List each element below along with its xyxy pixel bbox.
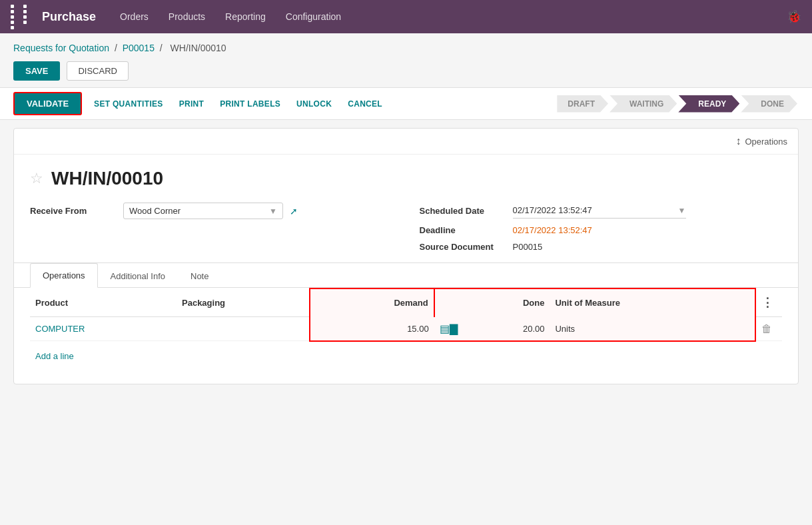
form-right: Scheduled Date ▼ Deadline 02/17/2022 13:… xyxy=(420,203,783,252)
cancel-button[interactable]: CANCEL xyxy=(340,94,390,114)
dropdown-arrow-icon[interactable]: ▼ xyxy=(269,207,277,216)
step-done: DONE xyxy=(741,95,797,113)
card-header-bar: ↕ Operations xyxy=(14,129,798,155)
topnav: Purchase Orders Products Reporting Confi… xyxy=(0,0,812,33)
col-chart xyxy=(434,288,463,317)
print-button[interactable]: PRINT xyxy=(171,94,212,114)
main-card: ↕ Operations ☆ WH/IN/00010 Receive From … xyxy=(13,128,799,384)
favorite-star-icon[interactable]: ☆ xyxy=(30,170,43,187)
user-icon[interactable]: 🐞 xyxy=(787,9,801,24)
step-draft: DRAFT xyxy=(557,95,608,113)
cell-demand[interactable]: 15.00 xyxy=(310,317,434,341)
add-line-button[interactable]: Add a line xyxy=(35,346,74,366)
breadcrumb-sep-1: / xyxy=(115,43,120,53)
tab-content-operations: Product Packaging Demand Done Unit of Me… xyxy=(14,287,798,384)
print-labels-button[interactable]: PRINT LABELS xyxy=(212,94,288,114)
topnav-menu: Orders Products Reporting Configuration xyxy=(112,6,787,27)
cell-delete[interactable]: 🗑 xyxy=(755,317,782,341)
deadline-value: 02/17/2022 13:52:47 xyxy=(513,225,592,235)
deadline-label: Deadline xyxy=(420,225,506,235)
brand-name[interactable]: Purchase xyxy=(42,10,96,24)
unlock-button[interactable]: UNLOCK xyxy=(288,94,340,114)
save-button[interactable]: SAVE xyxy=(13,61,60,81)
scheduled-date-input[interactable]: ▼ xyxy=(513,203,686,219)
source-doc-row: Source Document P00015 xyxy=(420,242,783,252)
operations-button[interactable]: ↕ Operations xyxy=(735,135,787,147)
col-actions: ⋮ xyxy=(755,288,782,317)
nav-reporting[interactable]: Reporting xyxy=(217,6,274,27)
form-section: Receive From ▼ ➚ Scheduled Date ▼ Deadli… xyxy=(14,196,798,262)
product-link[interactable]: COMPUTER xyxy=(35,324,85,334)
cell-unit: Units xyxy=(550,317,755,341)
scheduled-date-arrow-icon[interactable]: ▼ xyxy=(678,206,686,215)
breadcrumb-rfq[interactable]: Requests for Quotation xyxy=(13,43,109,53)
col-unit: Unit of Measure xyxy=(550,288,755,317)
receive-from-row: Receive From ▼ ➚ xyxy=(30,203,393,219)
col-packaging: Packaging xyxy=(177,288,310,317)
breadcrumb-current: WH/IN/00010 xyxy=(171,43,226,53)
tab-operations[interactable]: Operations xyxy=(30,263,98,288)
apps-grid-icon[interactable] xyxy=(11,5,34,29)
step-waiting: WAITING xyxy=(609,95,677,113)
source-doc-label: Source Document xyxy=(420,242,506,252)
breadcrumb-sep-2: / xyxy=(160,43,165,53)
source-doc-value: P00015 xyxy=(513,242,543,252)
three-dots-icon[interactable]: ⋮ xyxy=(761,296,773,309)
cell-chart-icon[interactable]: ▤▇ xyxy=(434,317,463,341)
delete-row-icon[interactable]: 🗑 xyxy=(761,323,772,334)
cell-packaging xyxy=(177,317,310,341)
step-ready: READY xyxy=(678,95,739,113)
receive-from-label: Receive From xyxy=(30,206,117,216)
forecast-chart-icon[interactable]: ▤▇ xyxy=(440,323,458,334)
tabs-bar: Operations Additional Info Note xyxy=(14,262,798,287)
external-link-icon[interactable]: ➚ xyxy=(290,206,298,217)
nav-products[interactable]: Products xyxy=(161,6,213,27)
breadcrumb-p00015[interactable]: P00015 xyxy=(123,43,155,53)
table-row: COMPUTER 15.00 ▤▇ 20.00 Units 🗑 xyxy=(30,317,782,341)
scheduled-date-field[interactable] xyxy=(513,205,674,215)
operations-table: Product Packaging Demand Done Unit of Me… xyxy=(30,288,782,342)
receive-from-field[interactable] xyxy=(129,206,265,216)
status-stepper: DRAFT WAITING READY DONE xyxy=(557,95,799,113)
col-demand: Demand xyxy=(310,288,434,317)
toolbar: VALIDATE SET QUANTITIES PRINT PRINT LABE… xyxy=(0,87,812,120)
doc-title: WH/IN/00010 xyxy=(51,168,163,189)
nav-configuration[interactable]: Configuration xyxy=(278,6,349,27)
nav-orders[interactable]: Orders xyxy=(112,6,157,27)
doc-header: ☆ WH/IN/00010 xyxy=(14,155,798,196)
col-done: Done xyxy=(463,288,550,317)
scheduled-date-row: Scheduled Date ▼ xyxy=(420,203,783,219)
tab-additional-info[interactable]: Additional Info xyxy=(98,263,178,288)
breadcrumb: Requests for Quotation / P00015 / WH/IN/… xyxy=(0,33,812,59)
form-left: Receive From ▼ ➚ xyxy=(30,203,393,252)
discard-button[interactable]: DISCARD xyxy=(67,61,129,81)
cell-product: COMPUTER xyxy=(30,317,177,341)
action-bar: SAVE DISCARD xyxy=(0,59,812,87)
cell-done[interactable]: 20.00 xyxy=(463,317,550,341)
deadline-row: Deadline 02/17/2022 13:52:47 xyxy=(420,225,783,235)
validate-button[interactable]: VALIDATE xyxy=(13,92,82,115)
set-quantities-button[interactable]: SET QUANTITIES xyxy=(86,94,171,114)
col-product: Product xyxy=(30,288,177,317)
tab-note[interactable]: Note xyxy=(178,263,221,288)
operations-arrow-icon: ↕ xyxy=(735,135,741,147)
receive-from-input[interactable]: ▼ xyxy=(123,203,283,219)
scheduled-date-label: Scheduled Date xyxy=(420,206,506,216)
